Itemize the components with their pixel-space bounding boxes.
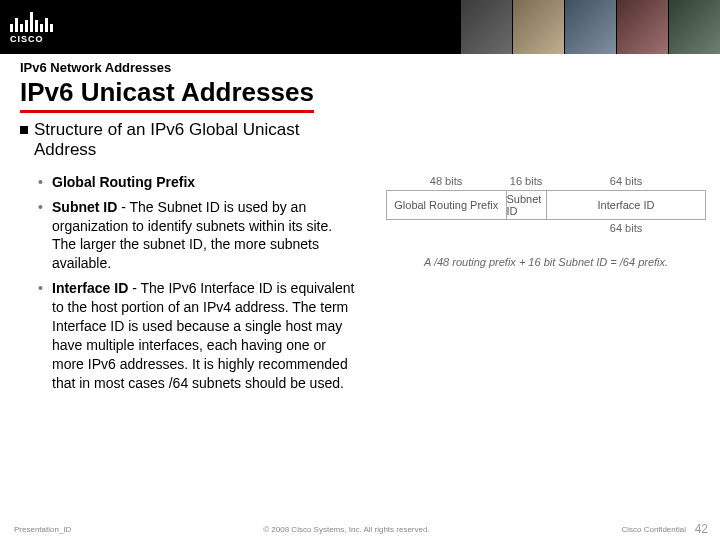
under-interface-bits: 64 bits [546,222,706,234]
bullet-label: Global Routing Prefix [52,174,195,190]
decorative-photo-strip [460,0,720,54]
decorative-photo [668,0,720,54]
cisco-logo: CISCO [10,10,53,44]
bits-mid-label: 16 bits [506,175,546,187]
field-boxes-row: Global Routing Prefix Subnet ID Interfac… [386,190,706,220]
slide-overline: IPv6 Network Addresses [20,60,314,75]
footer-presentation-id: Presentation_ID [14,525,71,534]
footer-copyright: © 2008 Cisco Systems, Inc. All rights re… [71,525,621,534]
title-block: IPv6 Network Addresses IPv6 Unicast Addr… [20,60,314,113]
footer-confidential: Cisco Confidential [622,525,686,534]
list-item: Subnet ID - The Subnet ID is used by an … [38,198,355,274]
under-row: 64 bits [386,222,706,234]
decorative-photo [564,0,616,54]
logo-text: CISCO [10,34,44,44]
decorative-photo [512,0,564,54]
bullet-rest: - The IPv6 Interface ID is equivalent to… [52,280,354,390]
address-structure-diagram: 48 bits 16 bits 64 bits Global Routing P… [386,175,706,268]
slide: CISCO IPv6 Network Addresses IPv6 Unicas… [0,0,720,540]
footer: Presentation_ID © 2008 Cisco Systems, In… [0,525,720,534]
bullet-list: Global Routing Prefix Subnet ID - The Su… [38,173,355,393]
list-item: Interface ID - The IPv6 Interface ID is … [38,279,355,392]
square-bullet-icon [20,126,28,134]
bits-left-label: 48 bits [386,175,506,187]
box-global-routing-prefix: Global Routing Prefix [386,190,507,220]
section-heading-text: Structure of an IPv6 Global Unicast Addr… [34,120,355,161]
content-column: Structure of an IPv6 Global Unicast Addr… [20,120,355,399]
bullet-label: Interface ID [52,280,128,296]
decorative-photo [460,0,512,54]
slide-title: IPv6 Unicast Addresses [20,77,314,113]
page-number: 42 [695,522,708,536]
logo-bars-icon [10,10,53,32]
box-subnet-id: Subnet ID [507,190,548,220]
box-interface-id: Interface ID [547,190,706,220]
bits-right-label: 64 bits [546,175,706,187]
list-item: Global Routing Prefix [38,173,355,192]
bullet-label: Subnet ID [52,199,117,215]
section-heading: Structure of an IPv6 Global Unicast Addr… [20,120,355,161]
top-bar: CISCO [0,0,720,54]
diagram-caption: A /48 routing prefix + 16 bit Subnet ID … [386,256,706,268]
decorative-photo [616,0,668,54]
bit-labels-row: 48 bits 16 bits 64 bits [386,175,706,187]
